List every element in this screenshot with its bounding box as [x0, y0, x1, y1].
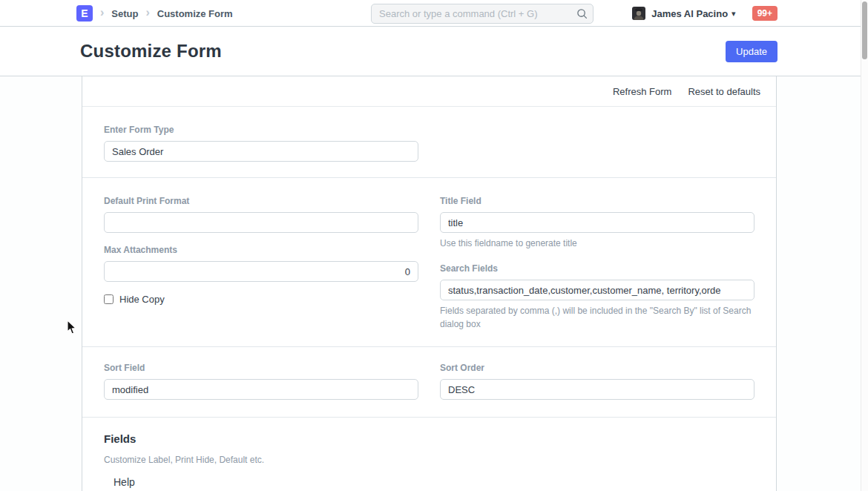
- app-logo-letter: E: [81, 7, 88, 19]
- reset-to-defaults-link[interactable]: Reset to defaults: [688, 86, 760, 97]
- form-container: Refresh Form Reset to defaults Enter For…: [82, 76, 777, 491]
- sort-order-column: Sort Order: [440, 363, 754, 400]
- breadcrumb-setup[interactable]: Setup: [111, 8, 138, 19]
- caret-down-icon: ▾: [731, 9, 736, 19]
- page-head: Customize Form Update: [0, 27, 868, 76]
- section-sorting: Sort Field Sort Order: [82, 347, 776, 418]
- help-link[interactable]: Help: [114, 476, 135, 488]
- app-logo[interactable]: E: [76, 5, 93, 22]
- navbar-user-area: James Al Pacino ▾ 99+: [632, 0, 777, 27]
- enter-form-type-input[interactable]: [104, 141, 418, 162]
- section-fields: Fields Customize Label, Print Hide, Defa…: [82, 418, 776, 491]
- sort-field-input[interactable]: [104, 379, 418, 400]
- search-input[interactable]: [371, 4, 594, 24]
- section-form-type: Enter Form Type: [82, 107, 776, 178]
- sort-order-label: Sort Order: [440, 363, 754, 373]
- default-print-format-input[interactable]: [104, 212, 418, 233]
- search-fields-label: Search Fields: [440, 263, 754, 274]
- fields-section-description: Customize Label, Print Hide, Default etc…: [104, 455, 753, 465]
- update-button[interactable]: Update: [726, 41, 777, 62]
- title-field-label: Title Field: [440, 196, 754, 206]
- hide-copy-checkbox-row[interactable]: Hide Copy: [104, 294, 418, 305]
- search-icon: [576, 8, 588, 22]
- user-avatar[interactable]: [632, 7, 645, 20]
- main-section: Refresh Form Reset to defaults Enter For…: [0, 76, 868, 491]
- customize-form-page: E › Setup › Customize Form: [0, 0, 868, 491]
- breadcrumb-customize-form[interactable]: Customize Form: [157, 8, 233, 19]
- notifications-badge[interactable]: 99+: [752, 6, 777, 21]
- form-toolbar: Refresh Form Reset to defaults: [82, 76, 776, 107]
- max-attachments-input[interactable]: [104, 261, 418, 282]
- properties-left-column: Default Print Format Max Attachments Hid…: [104, 196, 418, 331]
- chevron-right-icon: ›: [100, 7, 104, 20]
- enter-form-type-label: Enter Form Type: [104, 125, 753, 135]
- chevron-right-icon: ›: [145, 7, 149, 20]
- properties-right-column: Title Field Use this fieldname to genera…: [440, 196, 754, 331]
- fields-section-title: Fields: [104, 432, 753, 445]
- scrollbar-track[interactable]: [861, 0, 868, 491]
- section-properties: Default Print Format Max Attachments Hid…: [82, 178, 776, 347]
- sort-field-label: Sort Field: [104, 363, 418, 373]
- global-search: [371, 4, 594, 24]
- default-print-format-label: Default Print Format: [104, 196, 418, 206]
- search-fields-description: Fields separated by comma (,) will be in…: [440, 305, 754, 331]
- hide-copy-label: Hide Copy: [119, 294, 165, 305]
- hide-copy-checkbox[interactable]: [104, 294, 114, 304]
- breadcrumb: E › Setup › Customize Form: [76, 0, 233, 27]
- user-menu[interactable]: James Al Pacino: [651, 8, 728, 19]
- navbar: E › Setup › Customize Form: [0, 0, 868, 27]
- sort-order-input[interactable]: [440, 379, 754, 400]
- refresh-form-link[interactable]: Refresh Form: [613, 86, 671, 97]
- search-fields-input[interactable]: [440, 280, 754, 300]
- max-attachments-label: Max Attachments: [104, 245, 418, 255]
- sort-field-column: Sort Field: [104, 363, 418, 400]
- scrollbar-thumb[interactable]: [862, 1, 867, 59]
- page-title: Customize Form: [80, 41, 222, 62]
- title-field-description: Use this fieldname to generate title: [440, 237, 754, 250]
- title-field-input[interactable]: [440, 212, 754, 233]
